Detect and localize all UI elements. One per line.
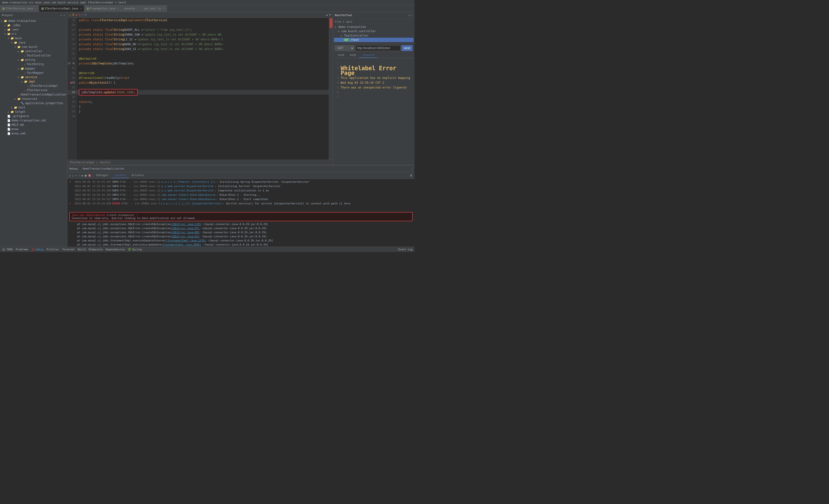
terminal-item[interactable]: Terminal bbox=[62, 248, 75, 251]
sidebar-item-java[interactable]: ▼📁java bbox=[0, 40, 67, 45]
sidebar-item-itestservice[interactable]: ☕ITestService bbox=[0, 88, 67, 92]
sidebar-item-entity[interactable]: ▶📁entity bbox=[0, 58, 67, 62]
debug-tab-actuator[interactable]: Actuator bbox=[129, 172, 147, 178]
console-thread: --- [io-30001-exec-1] bbox=[127, 180, 160, 184]
scroll-down[interactable]: ▼ bbox=[329, 13, 331, 16]
stop-icon[interactable]: ■ bbox=[84, 173, 87, 178]
code-line-23: private static final String LI_SI = "upd… bbox=[77, 37, 329, 42]
dependencies-item[interactable]: Dependencies bbox=[106, 248, 125, 251]
todo-item[interactable]: ☑ TODO bbox=[2, 248, 13, 251]
sidebar-item-resources[interactable]: ▶📁resources bbox=[0, 96, 67, 101]
debug-tabs: Debugger Console Actuator bbox=[93, 172, 147, 178]
tab-close[interactable]: ✕ bbox=[117, 7, 119, 10]
method-select[interactable]: GET POST PUT DELETE bbox=[335, 45, 354, 51]
endpoints-item[interactable]: Endpoints bbox=[88, 248, 103, 251]
step-out-icon[interactable]: ↑ bbox=[78, 173, 81, 178]
tree-label: main bbox=[15, 37, 22, 40]
sidebar-item-idea[interactable]: ▶📁.idea bbox=[0, 23, 67, 28]
tab-close[interactable]: ✕ bbox=[35, 7, 36, 10]
api-tree-testctrl[interactable]: ▼ TestController bbox=[334, 33, 413, 38]
file-icon: ☕ bbox=[24, 54, 26, 57]
sidebar-item-main[interactable]: ▼📁main bbox=[0, 36, 67, 40]
console-msg: : Servlet.service() for servlet [dispatc… bbox=[223, 201, 350, 206]
clear-console-icon[interactable]: 🗑 bbox=[410, 174, 412, 177]
problems-item[interactable]: Problems bbox=[15, 248, 28, 251]
sidebar-item-demo-transaction[interactable]: ▼📁demo-transaction bbox=[0, 19, 67, 23]
code-lines[interactable]: public class ITestServiceImpl implements… bbox=[77, 18, 329, 160]
restful-settings[interactable]: ⚙ bbox=[408, 14, 410, 17]
url-input[interactable] bbox=[355, 45, 401, 51]
api-tree-demo-transaction[interactable]: ▼ demo-transaction bbox=[334, 25, 413, 29]
profiler-item[interactable]: Profiler bbox=[46, 248, 59, 251]
sidebar-item-appprops[interactable]: 🔧application.properties bbox=[0, 101, 67, 105]
sidebar-item-mapper[interactable]: ▶📁mapper bbox=[0, 66, 67, 71]
tree-label: TestMapper bbox=[27, 71, 44, 75]
mute-icon[interactable]: 🔇 bbox=[87, 173, 92, 178]
tab-response[interactable]: response bbox=[359, 52, 378, 58]
stack-link[interactable]: (StatementImpl.java:2085) bbox=[161, 243, 201, 246]
tab-itestservice[interactable]: ITestService.java ✕ bbox=[0, 5, 39, 12]
tab-itestserviceimpl[interactable]: ITestServiceImpl.java ✕ bbox=[39, 5, 84, 12]
sidebar-item-mvn[interactable]: ▶📁.mvn bbox=[0, 28, 67, 32]
tab-close[interactable]: ✕ bbox=[80, 7, 81, 10]
tab-close[interactable]: ✕ bbox=[163, 7, 164, 10]
sidebar-item-testentity[interactable]: ☕TestEntity bbox=[0, 62, 67, 66]
scroll-up[interactable]: ▲ bbox=[326, 13, 328, 16]
stack-link[interactable]: (SQLError.java:97) bbox=[171, 227, 200, 230]
sidebar-item-demotransactionapp[interactable]: ☕DemoTransactionApplication bbox=[0, 92, 67, 96]
sidebar-item-itestserviceimpl[interactable]: ☕ITestServiceImpl bbox=[0, 84, 67, 88]
create-breakpoint-label[interactable]: Create breakpoint bbox=[107, 214, 134, 217]
console-thread: --- [io-30001-exec-1] bbox=[127, 193, 160, 197]
sidebar-item-demotximl[interactable]: 📄demo-transaction.iml bbox=[0, 118, 67, 123]
restful-title: RestfulTool bbox=[335, 14, 353, 17]
sidebar-item-service[interactable]: ▼📁service bbox=[0, 75, 67, 79]
sidebar-item-gitignore[interactable]: 📄.gitignore bbox=[0, 114, 67, 118]
tab-body[interactable]: body bbox=[347, 52, 359, 58]
resume-icon[interactable]: ▶ bbox=[81, 173, 84, 178]
tab-zzp[interactable]: zzp_test_tx ✕ bbox=[141, 5, 167, 12]
debug-panel-close[interactable]: ✕ bbox=[411, 167, 412, 170]
stack-link[interactable]: (SQLError.java:129) bbox=[171, 223, 201, 226]
sidebar-item-test[interactable]: ▶📁test bbox=[0, 105, 67, 110]
tab-propagation[interactable]: Propagation.java ✕ bbox=[84, 5, 121, 12]
step-into-icon[interactable]: ↷ bbox=[75, 173, 77, 178]
line-number-34: 34 bbox=[67, 90, 77, 95]
spring-item[interactable]: 🌿 Spring bbox=[128, 248, 142, 251]
sidebar-item-testcontroller[interactable]: ☕TestController bbox=[0, 53, 67, 58]
sidebar-item-testmapper[interactable]: ☕TestMapper bbox=[0, 71, 67, 75]
warning-badge: ⚠ 8 bbox=[69, 13, 74, 16]
event-log-item[interactable]: Event Log bbox=[398, 248, 412, 251]
sidebar-item-target[interactable]: ▶📁target bbox=[0, 110, 67, 114]
stack-link[interactable]: (StatementImpl.java:1276) bbox=[166, 239, 206, 242]
sidebar-item-src[interactable]: ▼📁src bbox=[0, 32, 67, 36]
send-button[interactable]: send bbox=[401, 45, 412, 51]
debug-tab-debugger[interactable]: Debugger bbox=[93, 172, 112, 178]
line-number-27: 27 bbox=[67, 56, 77, 61]
tab-close[interactable]: ✕ bbox=[137, 7, 138, 10]
sidebar-item-impl[interactable]: ▶📁impl bbox=[0, 79, 67, 84]
api-tree-get-test[interactable]: GET /test bbox=[334, 38, 413, 42]
console-log-line: ⬆2022-08-03 15:35:34.659ERROR4746--- [io… bbox=[67, 201, 414, 206]
sidebar-item-controller[interactable]: ▶📁controller bbox=[0, 49, 67, 53]
sidebar-item-mvnw[interactable]: 📄mvnw bbox=[0, 127, 67, 131]
code-line-28: private JdbcTemplate jdbcTemplate; bbox=[77, 61, 329, 66]
api-tree-controller[interactable]: ▼ com.kusch.controller bbox=[334, 29, 413, 33]
build-item[interactable]: Build bbox=[78, 248, 86, 251]
tab-head[interactable]: head bbox=[335, 52, 347, 58]
stack-link[interactable]: (SQLError.java:89) bbox=[171, 231, 200, 234]
code-editor[interactable]: ⚠ 8 ▲ 1 ✓ 5 ▲ ▼ 19202122232425262728 🔌29… bbox=[67, 12, 333, 165]
sidebar-item-mvnwcmd[interactable]: 📄mvnw.cmd bbox=[0, 131, 67, 135]
tab-console[interactable]: console ✕ bbox=[121, 5, 141, 12]
restart-icon[interactable]: ↺ bbox=[68, 173, 71, 178]
sidebar-item-com-kusch[interactable]: ▼📁com.kusch bbox=[0, 45, 67, 49]
sidebar-item-helpmd[interactable]: 📄HELP.md bbox=[0, 123, 67, 127]
console-msg: : Initializing Servlet 'dispatcherServle… bbox=[215, 184, 282, 189]
step-over-icon[interactable]: ↓ bbox=[71, 173, 74, 178]
restful-close[interactable]: ✕ bbox=[411, 14, 412, 17]
tree-label: src bbox=[11, 32, 17, 36]
debug-tab-console[interactable]: Console bbox=[112, 172, 129, 178]
stack-link[interactable]: (SQLError.java:63) bbox=[171, 235, 200, 238]
debug-item[interactable]: 🐞 Debug bbox=[31, 248, 43, 251]
exception-header: java.sql.SQLException Create breakpoint … bbox=[72, 214, 410, 217]
java-icon bbox=[2, 7, 5, 10]
